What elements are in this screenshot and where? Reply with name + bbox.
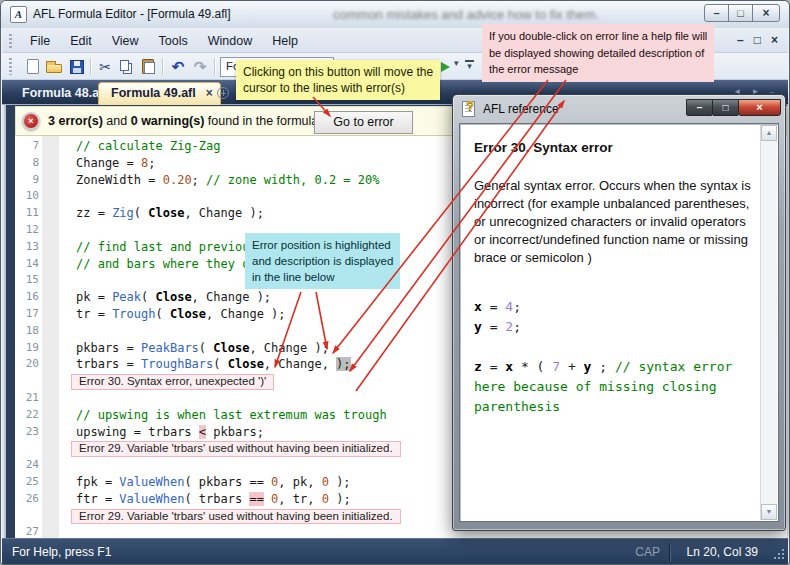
resize-grip[interactable] xyxy=(772,547,784,559)
minimize-button[interactable]: – xyxy=(704,4,729,22)
status-help-text: For Help, press F1 xyxy=(12,545,111,559)
menu-item-edit[interactable]: Edit xyxy=(60,32,102,50)
error-shield-icon: × xyxy=(22,112,40,130)
line-number: 16 xyxy=(17,289,39,306)
code-text[interactable]: trbars = TroughBars( Close, Change, ); xyxy=(76,356,351,373)
save-button[interactable] xyxy=(68,58,86,76)
tooltip-line: the error message xyxy=(489,61,707,78)
line-number: 19 xyxy=(17,340,39,357)
reference-body-text: General syntax error. Occurs when the sy… xyxy=(474,177,754,267)
reference-code-line: x = 4; xyxy=(474,297,754,317)
verify-syntax-icon[interactable] xyxy=(441,62,450,72)
code-text[interactable]: pkbars = PeakBars( Close, Change ); xyxy=(76,340,329,357)
menu-bar-items: FileEditViewToolsWindowHelp xyxy=(20,28,308,53)
menu-item-help[interactable]: Help xyxy=(262,32,308,50)
code-text[interactable]: // calculate Zig-Zag xyxy=(76,138,221,155)
toolbar-overflow-icon[interactable]: ▾ xyxy=(465,60,474,71)
reference-heading: Error 30. Syntax error xyxy=(474,140,754,155)
code-text[interactable]: fpk = ValueWhen( pkbars == 0, pk, 0 ); xyxy=(76,474,351,491)
code-text[interactable]: ftr = ValueWhen( trbars == 0, tr, 0 ); xyxy=(76,491,351,508)
code-text[interactable]: // find last and previous xyxy=(76,239,257,256)
menu-item-file[interactable]: File xyxy=(20,32,60,50)
reference-maximize-button[interactable]: □ xyxy=(712,99,739,116)
warning-count: 0 warning(s) xyxy=(131,114,205,128)
code-text[interactable]: ZoneWidth = 0.20; // zone width, 0.2 = 2… xyxy=(76,172,379,189)
line-number: 14 xyxy=(17,256,39,273)
line-number: 27 xyxy=(17,524,39,538)
error-annotation[interactable]: Error 30. Syntax error, unexpected ')' xyxy=(71,374,274,390)
tooltip-line: Error position is highlighted xyxy=(252,237,393,253)
code-text[interactable]: upswing = trbars < pkbars; xyxy=(76,424,264,441)
tooltip-line: Clicking on this button will move the xyxy=(243,64,433,80)
status-bar: For Help, press F1 CAP Ln 20, Col 39 xyxy=(2,538,788,564)
error-annotation[interactable]: Error 29. Variable 'trbars' used without… xyxy=(71,441,401,457)
menubar-grip[interactable] xyxy=(9,34,12,48)
afl-reference-window: ? AFL reference – □ × Error 30. Syntax e… xyxy=(452,94,786,531)
tooltip-line: and description is displayed xyxy=(252,253,393,269)
screen: { "background": { "blur_text": "common m… xyxy=(0,0,790,565)
copy-button[interactable] xyxy=(118,58,136,76)
error-summary-text: 3 error(s) and 0 warning(s) found in the… xyxy=(48,114,322,128)
tooltip-line: If you double-click on error line a help… xyxy=(489,28,707,45)
code-text[interactable]: tr = Trough( Close, Change ); xyxy=(76,306,286,323)
line-number: 7 xyxy=(17,138,39,155)
code-text[interactable]: zz = Zig( Close, Change ); xyxy=(76,205,264,222)
maximize-button[interactable]: □ xyxy=(728,4,753,22)
status-cursor-position: Ln 20, Col 39 xyxy=(687,545,758,559)
code-text[interactable]: pk = Peak( Close, Change ); xyxy=(76,289,271,306)
line-number: 10 xyxy=(17,188,39,205)
app-icon: A xyxy=(10,6,27,23)
menu-item-window[interactable]: Window xyxy=(198,32,262,50)
run-dropdown-caret-icon[interactable]: ▾ xyxy=(454,58,459,68)
cut-button[interactable]: ✂ xyxy=(96,58,114,76)
scroll-up-icon[interactable]: ▲ xyxy=(761,125,777,141)
reference-scrollbar[interactable]: ▲ ▼ xyxy=(760,125,777,520)
toolbar-grip[interactable] xyxy=(9,58,12,75)
line-number: 17 xyxy=(17,306,39,323)
mdi-minimize-button[interactable]: – xyxy=(737,32,744,48)
status-capslock: CAP xyxy=(635,545,660,559)
go-to-error-button[interactable]: Go to error xyxy=(314,111,413,134)
tab-label: Formula 49.afl xyxy=(111,86,196,100)
code-text[interactable]: // and bars where they oc xyxy=(76,256,257,273)
new-tab-icon[interactable] xyxy=(217,87,229,99)
mdi-close-button[interactable]: × xyxy=(771,32,778,48)
undo-button[interactable]: ↶ xyxy=(169,58,187,76)
tooltip-double-click-help: If you double-click on error line a help… xyxy=(482,24,714,82)
tab-close-icon[interactable]: × xyxy=(206,86,213,100)
error-annotation[interactable]: Error 29. Variable 'trbars' used without… xyxy=(71,509,401,525)
code-text[interactable]: Change = 8; xyxy=(76,155,156,172)
reference-close-button[interactable]: × xyxy=(738,99,781,116)
reference-code-line: z = x * ( 7 + y ; // syntax error here b… xyxy=(474,357,754,417)
new-file-button[interactable] xyxy=(24,58,42,76)
tooltip-go-to-error: Clicking on this button will move thecur… xyxy=(236,60,440,100)
tooltip-error-position: Error position is highlightedand descrip… xyxy=(245,233,400,289)
line-number: 22 xyxy=(17,407,39,424)
menu-item-tools[interactable]: Tools xyxy=(149,32,198,50)
line-number: 15 xyxy=(17,272,39,289)
reference-window-title: AFL reference xyxy=(483,102,559,116)
code-text[interactable]: // upswing is when last extremum was tro… xyxy=(76,407,387,424)
tooltip-line: in the line below xyxy=(252,269,393,285)
line-number: 21 xyxy=(17,390,39,407)
line-number: 11 xyxy=(17,205,39,222)
close-button[interactable]: × xyxy=(752,4,780,22)
tab-formula-49[interactable]: Formula 49.afl × xyxy=(98,82,221,105)
help-page-icon: ? xyxy=(462,101,475,117)
line-number: 23 xyxy=(17,424,39,441)
line-number: 12 xyxy=(17,222,39,239)
tooltip-line: cursor to the lines with error(s) xyxy=(243,80,433,96)
line-number: 13 xyxy=(17,239,39,256)
line-number: 18 xyxy=(17,323,39,340)
line-number: 26 xyxy=(17,491,39,508)
menu-item-view[interactable]: View xyxy=(102,32,149,50)
line-number: 25 xyxy=(17,474,39,491)
scroll-down-icon[interactable]: ▼ xyxy=(761,504,777,520)
open-file-button[interactable] xyxy=(45,58,63,76)
reference-minimize-button[interactable]: – xyxy=(686,99,713,116)
paste-button[interactable] xyxy=(140,58,158,76)
redo-button[interactable]: ↷ xyxy=(191,58,209,76)
line-number: 9 xyxy=(17,172,39,189)
mdi-restore-button[interactable]: □ xyxy=(754,32,761,48)
error-count: 3 error(s) xyxy=(48,114,103,128)
